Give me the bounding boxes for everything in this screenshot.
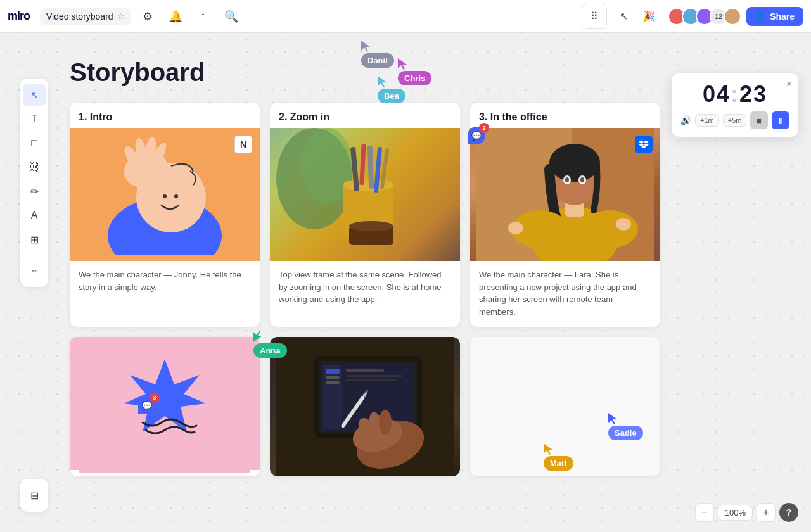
timer-display: 04:23 [680, 81, 789, 108]
comment-icon-card2: 💬 2 [468, 127, 485, 144]
canvas: × 04:23 🔊 +1m +5m ■ ⏸ Storyboard Danil C… [0, 33, 811, 532]
timer-close-button[interactable]: × [786, 79, 792, 90]
notifications-button[interactable]: 🔔 [164, 5, 187, 28]
cursor-name-bea: Bea [378, 89, 406, 103]
notion-badge[interactable]: N [234, 136, 252, 153]
more-tools-button[interactable]: •• [23, 259, 46, 282]
svg-rect-47 [326, 369, 340, 374]
timer-add-1m-button[interactable]: +1m [695, 114, 719, 127]
cards-grid: 1. Intro [70, 103, 660, 476]
card-2-text: Top view frame at the same scene. Follow… [270, 261, 460, 315]
card-1-text: We the main character — Jonny. He tells … [70, 261, 260, 302]
card-4-illustration [70, 337, 260, 470]
timer-pause-button[interactable]: ⏸ [772, 111, 789, 129]
board-heading: Storyboard [70, 58, 205, 87]
card-3-text: We the main character — Lara. She is pre… [470, 261, 660, 327]
bottom-bar: − 100% + ? [695, 503, 798, 522]
cursor-tool-button[interactable]: ↖ [612, 5, 635, 28]
sticky-tool-button[interactable]: □ [23, 132, 46, 155]
svg-point-23 [349, 221, 393, 231]
share-icon: 👤 [755, 11, 766, 22]
plugin-button[interactable]: 🎉 [637, 5, 660, 28]
collaborators-group: 12 [668, 8, 741, 25]
card-5 [270, 337, 460, 476]
card-1-illustration [70, 128, 260, 261]
timer-sound-icon[interactable]: 🔊 [680, 115, 691, 125]
card-3: 3. In the office [470, 103, 660, 327]
card-2-photo [270, 128, 460, 261]
share-button[interactable]: 👤 Share [746, 7, 803, 26]
toolbar-divider [27, 255, 42, 255]
svg-point-16 [343, 179, 393, 191]
comment-count-card4: 3 [150, 393, 160, 403]
timer-stop-button[interactable]: ■ [750, 111, 768, 129]
svg-point-12 [174, 194, 178, 198]
svg-rect-52 [346, 379, 397, 381]
comment-count-card2: 2 [479, 123, 489, 133]
zoom-in-button[interactable]: + [757, 503, 776, 522]
cursor-chris: Chris [398, 58, 431, 86]
svg-marker-1 [398, 58, 407, 70]
link-tool-button[interactable]: ⛓ [23, 156, 46, 179]
pen-tool-button[interactable]: ✏ [23, 180, 46, 203]
svg-point-29 [549, 144, 600, 182]
text-tool-button[interactable]: T [23, 108, 46, 130]
cursor-name-danil: Danil [361, 53, 394, 68]
comment-badge-card2[interactable]: 💬 2 [468, 127, 485, 144]
topbar: miro Video storyboard ☆ ⚙ 🔔 ↑ 🔍 ⠿ ↖ 🎉 12… [0, 0, 811, 33]
card-3-photo [470, 128, 660, 261]
board-view-button[interactable]: ⊟ [23, 484, 46, 507]
grid-view-button[interactable]: ⠿ [582, 4, 607, 29]
frame-tool-button[interactable]: ⊞ [23, 228, 46, 251]
cursor-tools: ↖ 🎉 [612, 5, 660, 28]
svg-point-57 [379, 410, 392, 435]
svg-marker-2 [378, 76, 386, 87]
star-icon: ☆ [117, 11, 125, 21]
svg-rect-49 [326, 381, 340, 384]
settings-button[interactable]: ⚙ [136, 5, 159, 28]
card-5-photo [270, 337, 460, 476]
card-3-title: 3. In the office [470, 103, 660, 128]
share-board-button[interactable]: ↑ [192, 5, 215, 28]
select-tool-button[interactable]: ↖ [23, 84, 46, 106]
timer-seconds: 23 [739, 81, 767, 107]
card-2-title: 2. Zoom in [270, 103, 460, 128]
svg-rect-50 [346, 369, 384, 372]
zoom-out-button[interactable]: − [695, 503, 714, 522]
svg-point-33 [580, 177, 584, 182]
miro-logo: miro [8, 10, 30, 23]
cursor-bea: Bea [378, 76, 406, 103]
timer-add-5m-button[interactable]: +5m [723, 114, 747, 127]
share-label: Share [770, 11, 795, 22]
card-2: 2. Zoom in [270, 103, 460, 327]
timer-widget: × 04:23 🔊 +1m +5m ■ ⏸ [672, 73, 798, 137]
search-button[interactable]: 🔍 [220, 5, 243, 28]
comment-badge-card4[interactable]: 💬 3 [138, 396, 156, 414]
timer-controls: 🔊 +1m +5m ■ ⏸ [680, 111, 789, 129]
svg-rect-51 [346, 375, 403, 377]
comment-icon-card4: 💬 3 [138, 396, 156, 414]
board-title-text: Video storyboard [46, 11, 113, 22]
card-6 [470, 337, 660, 476]
svg-point-11 [163, 194, 167, 198]
svg-point-31 [565, 177, 569, 182]
format-tool-button[interactable]: A [23, 204, 46, 227]
svg-rect-46 [323, 365, 342, 429]
svg-rect-48 [326, 376, 340, 379]
left-toolbar: ↖ T □ ⛓ ✏ A ⊞ •• [20, 79, 48, 287]
svg-marker-0 [361, 41, 370, 52]
card-1: 1. Intro [70, 103, 260, 327]
help-button[interactable]: ? [779, 503, 798, 522]
right-controls: ⠿ ↖ 🎉 12 👤 Share [582, 4, 803, 29]
dropbox-icon [635, 136, 653, 153]
cursor-name-chris: Chris [398, 71, 431, 86]
card-4 [70, 337, 260, 476]
bottom-toolbar: ⊟ [20, 479, 48, 512]
cursor-danil: Danil [361, 41, 394, 68]
avatar-main [724, 8, 741, 25]
timer-minutes: 04 [703, 81, 731, 107]
zoom-level-display[interactable]: 100% [718, 505, 753, 521]
svg-point-39 [616, 218, 631, 231]
card-1-title: 1. Intro [70, 103, 260, 128]
board-title-button[interactable]: Video storyboard ☆ [40, 8, 131, 25]
